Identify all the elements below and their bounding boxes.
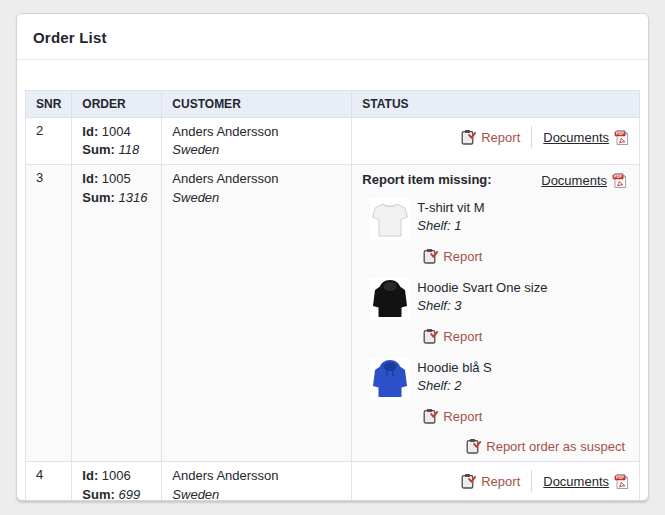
snr-cell: 2 [26, 118, 72, 165]
customer-name: Anders Andersson [172, 170, 341, 188]
product-image-tshirt-white [370, 198, 410, 240]
clipboard-check-icon [466, 438, 481, 454]
product-shelf: Shelf: 1 [417, 217, 484, 235]
customer-name: Anders Andersson [172, 123, 341, 141]
report-link[interactable]: Report [461, 473, 520, 489]
report-link[interactable]: Report [461, 129, 520, 145]
order-id: Id: 1005 [82, 170, 151, 188]
clipboard-check-icon [423, 328, 438, 344]
order-id: Id: 1006 [82, 467, 151, 485]
missing-item-tshirt: T-shirt vit M Shelf: 1 Report [370, 198, 629, 267]
pdf-file-icon: PDF [612, 172, 627, 189]
customer-country: Sweden [172, 141, 341, 159]
order-id: Id: 1004 [82, 123, 151, 141]
product-image-hoodie-blue [370, 358, 410, 400]
table-header-row: SNR ORDER CUSTOMER STATUS [26, 91, 640, 118]
clipboard-check-icon [461, 129, 476, 145]
report-item-missing-label: Report item missing: [362, 172, 491, 187]
order-sum: Sum: 1316 [82, 189, 151, 207]
order-list-body: SNR ORDER CUSTOMER STATUS 2 Id: 1004 Sum… [17, 60, 648, 501]
svg-text:PDF: PDF [616, 131, 624, 136]
documents-link[interactable]: Documents PDF [541, 172, 627, 189]
report-item-link[interactable]: Report [423, 408, 482, 424]
status-cell: Report Documents PDF [352, 462, 640, 501]
documents-link[interactable]: Documents PDF [543, 129, 629, 146]
report-item-link[interactable]: Report [423, 328, 482, 344]
order-sum: Sum: 699 [82, 486, 151, 501]
clipboard-check-icon [423, 408, 438, 424]
documents-link[interactable]: Documents PDF [543, 473, 629, 490]
customer-cell: Anders Andersson Sweden [162, 165, 352, 462]
order-sum: Sum: 118 [82, 141, 151, 159]
report-item-link[interactable]: Report [423, 248, 482, 264]
table-row-order-1006: 4 Id: 1006 Sum: 699 Anders Andersson Swe… [26, 462, 640, 501]
report-order-suspect-link[interactable]: Report order as suspect [466, 438, 625, 454]
column-header-customer: CUSTOMER [162, 91, 352, 118]
product-shelf: Shelf: 2 [417, 377, 491, 395]
customer-country: Sweden [172, 486, 341, 501]
customer-cell: Anders Andersson Sweden [162, 118, 352, 165]
missing-item-hoodie-black: Hoodie Svart One size Shelf: 3 Report [370, 278, 629, 347]
pdf-file-icon: PDF [614, 129, 629, 146]
product-thumbnail [370, 278, 410, 320]
clipboard-check-icon [423, 248, 438, 264]
order-cell: Id: 1004 Sum: 118 [72, 118, 162, 165]
snr-cell: 4 [26, 462, 72, 501]
clipboard-check-icon [461, 473, 476, 489]
product-name: T-shirt vit M [417, 199, 484, 217]
product-name: Hoodie blå S [417, 359, 491, 377]
customer-country: Sweden [172, 189, 341, 207]
divider [531, 470, 532, 492]
pdf-file-icon: PDF [614, 473, 629, 490]
product-thumbnail [370, 198, 410, 240]
product-name: Hoodie Svart One size [417, 279, 547, 297]
divider [531, 126, 532, 148]
product-image-hoodie-black [370, 278, 410, 320]
customer-name: Anders Andersson [172, 467, 341, 485]
page-title: Order List [17, 14, 648, 60]
column-header-order: ORDER [72, 91, 162, 118]
snr-cell: 3 [26, 165, 72, 462]
svg-text:PDF: PDF [616, 475, 624, 480]
svg-text:PDF: PDF [614, 175, 622, 180]
table-row-order-1004: 2 Id: 1004 Sum: 118 Anders Andersson Swe… [26, 118, 640, 165]
order-list-card: Order List SNR ORDER CUSTOMER STATUS 2 I… [16, 13, 649, 501]
table-row-order-1005: 3 Id: 1005 Sum: 1316 Anders Andersson Sw… [26, 165, 640, 462]
status-cell: Report Documents PDF [352, 118, 640, 165]
missing-item-hoodie-blue: Hoodie blå S Shelf: 2 Report [370, 358, 629, 427]
column-header-snr: SNR [26, 91, 72, 118]
status-cell: Report item missing: Documents PDF [352, 165, 640, 462]
column-header-status: STATUS [352, 91, 640, 118]
product-shelf: Shelf: 3 [417, 297, 547, 315]
customer-cell: Anders Andersson Sweden [162, 462, 352, 501]
product-thumbnail [370, 358, 410, 400]
order-cell: Id: 1005 Sum: 1316 [72, 165, 162, 462]
order-table: SNR ORDER CUSTOMER STATUS 2 Id: 1004 Sum… [25, 90, 640, 501]
order-cell: Id: 1006 Sum: 699 [72, 462, 162, 501]
